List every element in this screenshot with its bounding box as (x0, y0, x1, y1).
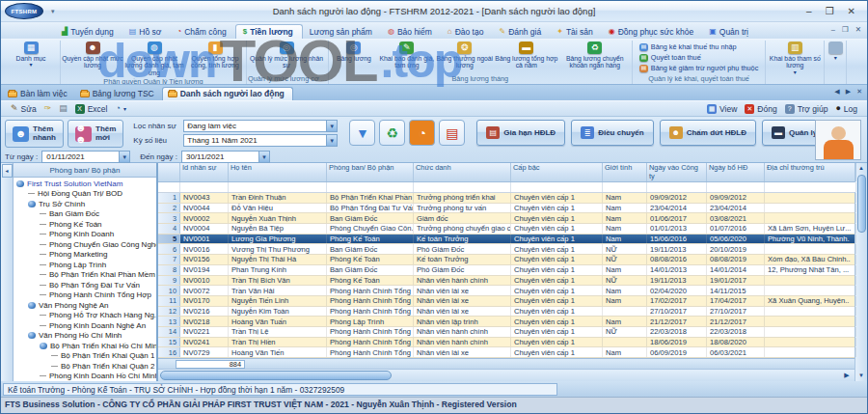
sua-button[interactable]: ✎Sửa (7, 103, 41, 115)
table-cell[interactable]: 23/04/2014 (647, 204, 707, 213)
table-cell[interactable]: Xã Xuân Quang, Huyện.. (765, 296, 856, 306)
table-cell[interactable] (765, 347, 856, 357)
table-cell[interactable]: Phòng Kế Toán (327, 255, 414, 264)
table-cell[interactable]: 21/12/2017 (707, 317, 765, 326)
table-cell[interactable]: Phòng Chuyển Giao Côn... (327, 224, 414, 234)
tree-item[interactable]: Phòng Kinh Doanh Hồ Chí Minh (14, 372, 156, 382)
table-cell[interactable]: 19/11/2013 (647, 244, 707, 254)
column-header[interactable]: Phòng ban/ Bộ phận (327, 163, 414, 181)
table-cell[interactable]: NV0156 (180, 255, 229, 264)
tab-dong-phuc-suc-khoe[interactable]: ◉Đồng phục sức khỏe (602, 25, 702, 39)
table-row[interactable]: 5NV0001Lương Gia PhươngPhòng Kế ToánKế t… (158, 235, 854, 245)
table-cell[interactable]: 14/01/2013 (647, 265, 707, 275)
table-cell[interactable] (603, 307, 647, 317)
filter-cell[interactable] (229, 182, 327, 192)
bang-thuong-ngoai-luong-button[interactable]: ❂Bảng thưởng ngoài lương (436, 41, 494, 69)
table-cell[interactable] (765, 204, 856, 213)
tab-bao-hiem[interactable]: ◍Bảo hiểm (381, 25, 441, 39)
table-cell[interactable]: Trưởng phòng chuyển giao c... (414, 224, 511, 234)
tab-ho-so[interactable]: ▤Hồ sơ (122, 25, 171, 39)
khai-bao-tham-so-luong-button[interactable]: ▥Khai báo tham số lương▾ (767, 41, 823, 75)
tab-tai-san[interactable]: ✦Tài sản (550, 25, 602, 39)
table-cell[interactable]: NV0010 (180, 276, 229, 286)
table-cell[interactable]: Phan Trung Kính (229, 265, 327, 275)
table-cell[interactable]: 23/04/2014 (707, 204, 765, 213)
table-cell[interactable]: NV0001 (180, 235, 229, 244)
column-header[interactable]: Cấp bậc (511, 163, 603, 181)
tro-giup-button[interactable]: ?Trợ giúp (781, 103, 832, 115)
bang-luong-button[interactable]: ◎Bảng lương (330, 41, 378, 62)
tree-item[interactable]: Bộ Phận Triển Khai Quận 1 (14, 351, 156, 362)
table-cell[interactable]: NỮ (603, 255, 647, 264)
table-row[interactable]: 10NV0072Trần Văn HảiPhòng Hành Chính Tổn… (158, 286, 854, 296)
table-cell[interactable]: Chuyên viên cấp 1 (511, 338, 603, 347)
table-cell[interactable]: Trần Đinh Thuận (229, 193, 327, 203)
table-cell[interactable]: 22/03/2018 (647, 327, 707, 337)
table-cell[interactable]: Chuyên viên cấp 1 (511, 204, 603, 213)
table-cell[interactable]: Xã Lâm Sơn, Huyện Lư... (765, 224, 856, 234)
table-cell[interactable]: Nam (603, 317, 647, 326)
ribbon-overflow-button[interactable]: ▾ (826, 41, 845, 61)
table-cell[interactable]: NV0216 (180, 307, 229, 317)
tree-item[interactable]: Văn Phòng Hồ Chí Minh (14, 331, 156, 342)
table-cell[interactable]: NV0218 (180, 317, 229, 326)
column-header[interactable]: Id nhân sự (180, 163, 229, 181)
table-cell[interactable]: Phó Giám Đốc (414, 265, 511, 275)
tree-node-icon[interactable] (40, 343, 47, 349)
table-cell[interactable]: 17/02/2017 (647, 296, 707, 306)
to-date-input[interactable]: 30/11/2021 ▼ (181, 151, 270, 163)
danh-muc-button[interactable]: ▦Danh mục▾ (3, 41, 59, 69)
chevron-down-icon[interactable]: ▼ (326, 135, 337, 146)
table-cell[interactable]: Nguyễn Tiến Linh (229, 296, 327, 306)
table-row[interactable]: 4NV0004Nguyễn Bá TiệpPhòng Chuyển Giao C… (158, 224, 854, 235)
table-cell[interactable]: Trần Văn Hải (229, 286, 327, 295)
table-cell[interactable]: 19/11/2013 (647, 276, 707, 286)
table-cell[interactable]: NV0194 (180, 265, 229, 275)
tree-item[interactable]: Phòng Kinh Doanh Nghệ An (14, 320, 156, 331)
table-cell[interactable]: Xóm đạo, Xã Bàu Chinh.. (765, 255, 856, 264)
table-cell[interactable]: Nhân viên lái xe (414, 286, 511, 295)
refresh-button[interactable]: ♻ (379, 120, 405, 146)
table-cell[interactable]: Chuyên viên cấp 1 (511, 286, 603, 295)
table-cell[interactable]: Chuyên viên cấp 1 (511, 265, 603, 275)
tree-item[interactable]: Phòng Kinh Doanh (14, 230, 156, 240)
calendar-icon[interactable]: ▼ (258, 152, 269, 162)
table-cell[interactable]: Hoàng Văn Tiến (229, 347, 327, 357)
khai-bao-danh-gia-button[interactable]: ✎Khai báo đánh giá, tạm ứng (378, 41, 436, 69)
print-button[interactable]: ▤ (55, 103, 71, 114)
vscroll-thumb[interactable] (857, 175, 866, 233)
table-cell[interactable]: Nam (603, 347, 647, 357)
mdi-restore-button[interactable]: ❐ (842, 25, 849, 34)
table-cell[interactable]: Trưởng phòng triển khai (414, 193, 511, 203)
personnel-filter-select[interactable]: Đang làm việc ▼ (183, 120, 338, 132)
table-cell[interactable]: NV0043 (180, 193, 229, 203)
table-cell[interactable]: NV0044 (180, 204, 229, 213)
table-cell[interactable] (765, 286, 856, 295)
table-row[interactable]: 15NV0241Trần Thị HiềnPhòng Hành Chính Tổ… (158, 338, 854, 348)
table-cell[interactable]: 15/06/2016 (647, 235, 707, 244)
table-cell[interactable] (765, 317, 856, 326)
table-cell[interactable]: Lương Gia Phương (229, 235, 327, 244)
table-cell[interactable]: 27/10/2017 (647, 307, 707, 317)
tab-quan-tri[interactable]: ▣Quản trị (702, 25, 757, 39)
table-cell[interactable]: Phòng Hành Chính Tổng ... (327, 327, 414, 337)
table-cell[interactable]: Nguyễn Bá Tiệp (229, 224, 327, 234)
from-date-input[interactable]: 01/11/2021 ▼ (41, 151, 130, 163)
table-cell[interactable]: 02/04/2020 (647, 286, 707, 295)
table-cell[interactable]: 21/12/2017 (647, 317, 707, 326)
quyen-cap-nhat-muc-luong-button[interactable]: ☻Quyền cập nhật mức lương (62, 41, 123, 69)
minimize-button[interactable]: – (806, 6, 812, 16)
tree-item[interactable]: Bộ Phận Triển Khai Phần Mềm (14, 270, 156, 281)
table-cell[interactable]: 18/06/2019 (647, 338, 707, 347)
tree-item[interactable]: Phòng Kế Toán (14, 219, 156, 230)
table-cell[interactable]: Chuyên viên cấp 1 (511, 224, 603, 234)
filter-cell[interactable] (158, 182, 180, 192)
table-cell[interactable]: 14/11/2015 (707, 286, 765, 295)
tree-item[interactable]: Bộ Phận Tổng Đài Tư Vấn (14, 280, 156, 290)
tab-tien-luong[interactable]: $Tiền lương (235, 24, 303, 39)
table-cell[interactable] (765, 338, 856, 347)
table-cell[interactable]: Chuyên viên cấp 1 (511, 244, 603, 254)
table-cell[interactable]: Nhân viên lái xe (414, 347, 511, 357)
tree-item[interactable]: First Trust Solution VietNam (14, 179, 156, 189)
them-moi-button[interactable]: ☻☻ Thêm mới (68, 120, 123, 148)
